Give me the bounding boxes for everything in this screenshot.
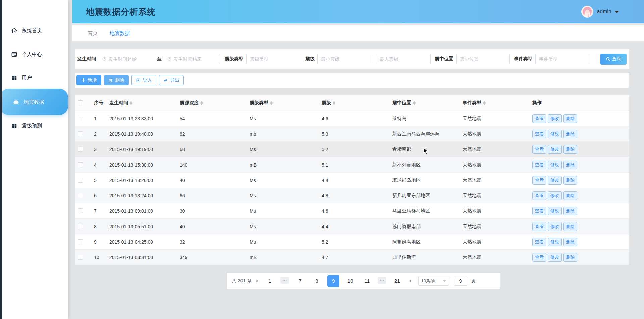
pagination-page-8[interactable]: 8 [311,275,323,287]
delete-row-button[interactable]: 删除 [563,161,577,169]
mag-min-field[interactable] [317,54,372,64]
mag-type-field[interactable] [246,54,300,64]
delete-row-button[interactable]: 删除 [563,114,577,123]
view-button[interactable]: 查看 [532,253,546,262]
pagination-page-21[interactable]: 21 [391,275,403,287]
edit-button[interactable]: 修改 [548,222,562,231]
search-button[interactable]: 查询 [600,54,627,65]
sort-icon[interactable] [270,101,273,105]
view-button[interactable]: 查看 [532,130,546,138]
column-header-depth[interactable]: 震源深度 [177,100,247,106]
view-button[interactable]: 查看 [532,145,546,154]
edit-button[interactable]: 修改 [548,145,562,154]
mag-max-input[interactable] [380,56,427,62]
edit-button[interactable]: 修改 [548,176,562,185]
row-checkbox[interactable] [78,239,83,244]
sort-icon[interactable] [130,101,132,105]
time-start-input[interactable] [108,56,151,62]
row-checkbox[interactable] [78,208,83,213]
pagination-ellipsis[interactable]: ••• [280,277,289,284]
export-button[interactable]: 导出 [159,75,184,85]
column-header-time[interactable]: 发生时间 [107,100,177,106]
edit-button[interactable]: 修改 [548,130,562,138]
pagination-page-7[interactable]: 7 [294,275,306,287]
sidebar-item-system-home[interactable]: 系统首页 [0,23,68,38]
delete-row-button[interactable]: 删除 [563,130,577,138]
row-checkbox[interactable] [78,131,83,136]
delete-row-button[interactable]: 删除 [563,238,577,246]
prev-page-button[interactable]: < [254,278,260,284]
row-mag-type: Ms [247,239,319,245]
row-epicenter: 新不列颠地区 [390,162,460,168]
delete-row-button[interactable]: 删除 [563,222,577,231]
view-button[interactable]: 查看 [532,207,546,215]
sort-icon[interactable] [413,101,416,105]
tab-earthquake-data[interactable]: 地震数据 [110,30,130,37]
select-all-checkbox[interactable] [78,100,83,105]
pagination-ellipsis[interactable]: ••• [378,277,386,284]
sort-icon[interactable] [200,101,203,105]
view-button[interactable]: 查看 [532,161,546,169]
pagination-page-1[interactable]: 1 [264,275,276,287]
sidebar-item-personal-center[interactable]: 个人中心 [0,47,68,62]
event-type-input[interactable] [539,56,585,62]
occur-time-label: 发生时间 [77,56,96,62]
edit-button[interactable]: 修改 [548,207,562,215]
edit-button[interactable]: 修改 [548,191,562,200]
view-button[interactable]: 查看 [532,114,546,123]
column-header-event_type[interactable]: 事件类型 [460,100,530,106]
sidebar-item-magnitude-prediction[interactable]: 震级预测 [0,118,68,133]
sort-icon[interactable] [333,101,335,105]
user-menu[interactable]: admin [581,0,619,23]
epicenter-input[interactable] [460,56,506,62]
view-button[interactable]: 查看 [532,176,546,185]
import-button[interactable]: 导入 [131,75,156,85]
delete-row-button[interactable]: 删除 [563,253,577,262]
sidebar: 系统首页 个人中心 用户 地震数据 震级预测 [0,0,68,319]
view-button[interactable]: 查看 [532,238,546,246]
delete-row-button[interactable]: 删除 [563,145,577,154]
row-checkbox[interactable] [78,116,83,121]
column-header-magnitude[interactable]: 震级 [319,100,390,106]
edit-button[interactable]: 修改 [548,161,562,169]
row-depth: 40 [177,178,247,183]
page-size-select[interactable]: 10条/页 [418,276,449,286]
row-checkbox[interactable] [78,224,83,229]
time-start-field[interactable] [99,54,155,64]
column-header-epicenter[interactable]: 震中位置 [390,100,460,106]
edit-button[interactable]: 修改 [548,253,562,262]
mag-type-input[interactable] [250,56,296,62]
row-checkbox[interactable] [78,147,83,152]
delete-button[interactable]: 删除 [104,75,129,85]
sidebar-item-earthquake-data[interactable]: 地震数据 [0,89,68,115]
sort-icon[interactable] [483,101,486,105]
event-type-field[interactable] [535,54,589,64]
epicenter-field[interactable] [456,54,510,64]
pagination-page-9[interactable]: 9 [327,275,339,287]
view-button[interactable]: 查看 [532,191,546,200]
table-row: 7 2015-01-13 09:01:00 30 Ms 4.6 马里亚纳群岛地区… [75,203,629,219]
row-checkbox[interactable] [78,255,83,260]
column-header-mag_type[interactable]: 震级类型 [247,100,319,106]
import-icon [136,78,141,83]
tab-home[interactable]: 首页 [88,30,98,37]
next-page-button[interactable]: > [407,278,413,284]
time-end-input[interactable] [173,56,216,62]
row-checkbox[interactable] [78,178,83,183]
mag-min-input[interactable] [321,56,368,62]
view-button[interactable]: 查看 [532,222,546,231]
delete-row-button[interactable]: 删除 [563,176,577,185]
add-button[interactable]: 新增 [76,75,101,85]
time-end-field[interactable] [164,54,220,64]
edit-button[interactable]: 修改 [548,238,562,246]
pagination-page-10[interactable]: 10 [344,275,356,287]
edit-button[interactable]: 修改 [548,114,562,123]
row-checkbox[interactable] [78,162,83,167]
pagination-page-11[interactable]: 11 [361,275,373,287]
mag-max-field[interactable] [376,54,431,64]
delete-row-button[interactable]: 删除 [563,191,577,200]
sidebar-item-users[interactable]: 用户 [0,70,68,85]
delete-row-button[interactable]: 删除 [563,207,577,215]
page-jump-input[interactable] [454,276,467,286]
row-checkbox[interactable] [78,193,83,198]
